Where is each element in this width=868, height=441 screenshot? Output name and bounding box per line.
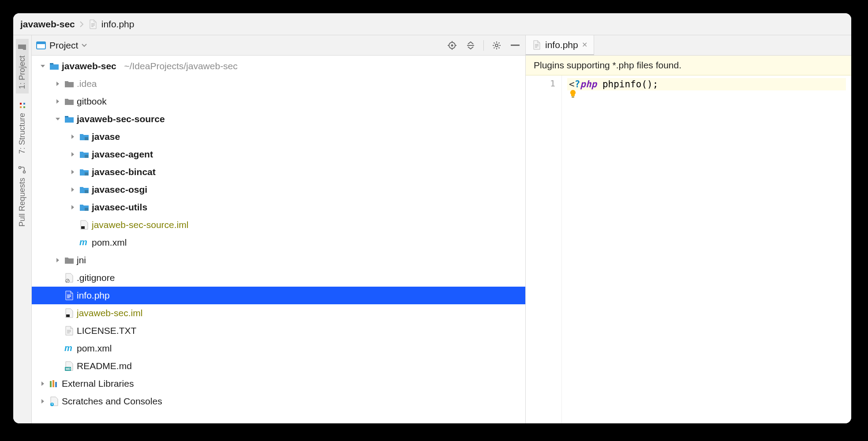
- editor-tab-label: info.php: [545, 40, 578, 50]
- tree-item[interactable]: javaweb-sec-source.iml: [32, 216, 525, 234]
- expand-all-icon[interactable]: [465, 40, 476, 51]
- lightbulb-icon[interactable]: [569, 90, 577, 98]
- plugin-suggestion-banner[interactable]: Plugins supporting *.php files found.: [526, 56, 851, 75]
- tree-item-label: javasec-utils: [92, 202, 147, 213]
- tab-structure[interactable]: 7: Structure: [16, 96, 29, 158]
- tree-item[interactable]: External Libraries: [32, 375, 525, 392]
- tree-root-name: javaweb-sec: [62, 61, 116, 71]
- line-number: 1: [526, 78, 555, 89]
- tree-item[interactable]: MDREADME.md: [32, 357, 525, 375]
- banner-text: Plugins supporting *.php files found.: [534, 60, 681, 70]
- close-icon[interactable]: ✕: [582, 41, 587, 49]
- project-tree[interactable]: javaweb-sec ~/IdeaProjects/javaweb-sec.i…: [32, 56, 525, 423]
- dropdown-arrow-icon[interactable]: [82, 44, 87, 47]
- svg-point-4: [23, 171, 26, 173]
- folder-gray-icon: [64, 97, 74, 106]
- svg-rect-17: [85, 190, 88, 193]
- svg-text:m: m: [79, 238, 87, 247]
- tree-item[interactable]: gitbook: [32, 93, 525, 110]
- tree-item-label: javase: [92, 131, 120, 142]
- svg-rect-2: [24, 103, 26, 105]
- folder-gray-icon: [64, 255, 74, 265]
- tree-item[interactable]: javasec-osgi: [32, 181, 525, 198]
- module-icon: [79, 149, 89, 159]
- code-editor[interactable]: 1 <?php phpinfo();: [526, 75, 851, 423]
- tree-item[interactable]: jni: [32, 251, 525, 269]
- breadcrumb-file[interactable]: info.php: [88, 19, 135, 30]
- tree-item[interactable]: info.php: [32, 287, 525, 304]
- ide-window: javaweb-sec info.php 1: Project 7: Struc…: [13, 13, 851, 423]
- file-icon: [88, 19, 98, 29]
- svg-point-9: [451, 44, 453, 46]
- tree-item-label: gitbook: [77, 96, 107, 107]
- tree-arrow-icon[interactable]: [69, 134, 77, 139]
- tree-arrow-icon[interactable]: [39, 381, 47, 386]
- svg-rect-28: [55, 382, 57, 387]
- svg-rect-3: [20, 103, 22, 105]
- gear-icon[interactable]: [491, 40, 502, 51]
- tree-arrow-icon[interactable]: [39, 399, 47, 404]
- tree-item[interactable]: mpom.xml: [32, 234, 525, 251]
- md-icon: MD: [64, 361, 74, 371]
- locate-icon[interactable]: [446, 40, 458, 51]
- tree-item[interactable]: javaweb-sec-source: [32, 110, 525, 128]
- tree-item[interactable]: LICENSE.TXT: [32, 322, 525, 340]
- project-panel-title[interactable]: Project: [49, 40, 78, 51]
- project-panel: Project: [32, 35, 526, 423]
- hide-icon[interactable]: [509, 40, 521, 51]
- folder-icon: [18, 43, 27, 52]
- tree-arrow-icon[interactable]: [54, 116, 62, 122]
- tree-arrow-icon[interactable]: [54, 99, 62, 104]
- svg-rect-19: [81, 226, 85, 229]
- tab-project[interactable]: 1: Project: [16, 39, 29, 93]
- tree-item[interactable]: javasec-agent: [32, 146, 525, 163]
- tree-arrow-icon[interactable]: [69, 152, 77, 157]
- tree-arrow-icon[interactable]: [69, 205, 77, 210]
- editor-tabs: info.php ✕: [526, 35, 851, 56]
- svg-rect-11: [511, 45, 520, 46]
- iml-icon: [64, 308, 74, 318]
- svg-rect-12: [50, 63, 53, 64]
- editor-content[interactable]: <?php phpinfo();: [562, 75, 851, 423]
- iml-icon: [79, 220, 89, 230]
- tree-item-label: javaweb-sec.iml: [77, 308, 142, 318]
- svg-rect-26: [50, 381, 52, 387]
- file-icon: [64, 326, 74, 336]
- scratches-icon: [49, 396, 59, 406]
- libraries-icon: [49, 379, 59, 389]
- tree-item[interactable]: .idea: [32, 75, 525, 93]
- tree-item[interactable]: javaweb-sec.iml: [32, 304, 525, 322]
- project-view-icon: [36, 41, 46, 50]
- tree-item-label: javaweb-sec-source: [77, 114, 165, 124]
- tree-item[interactable]: Scratches and Consoles: [32, 392, 525, 410]
- maven-icon: m: [79, 238, 89, 247]
- tree-item[interactable]: mpom.xml: [32, 340, 525, 357]
- file-icon: [532, 40, 542, 50]
- module-icon: [79, 185, 89, 194]
- tree-item-label: .idea: [77, 78, 97, 89]
- editor-tab-info-php[interactable]: info.php ✕: [526, 35, 594, 55]
- tab-pull-requests[interactable]: Pull Requests: [16, 161, 29, 231]
- tree-arrow-icon[interactable]: [54, 258, 62, 263]
- svg-rect-30: [572, 97, 574, 97]
- tree-arrow-icon[interactable]: [39, 64, 47, 69]
- breadcrumb-file-label: info.php: [101, 19, 135, 30]
- tree-item[interactable]: javasec-bincat: [32, 163, 525, 181]
- tree-item-label: javasec-bincat: [92, 167, 156, 177]
- breadcrumb-project[interactable]: javaweb-sec: [20, 19, 75, 30]
- svg-text:m: m: [64, 344, 72, 353]
- code-line-1: <?php phpinfo();: [567, 78, 846, 90]
- tree-arrow-icon[interactable]: [69, 187, 77, 192]
- breadcrumb-separator-icon: [79, 21, 84, 28]
- tree-arrow-icon[interactable]: [54, 81, 62, 86]
- tree-root[interactable]: javaweb-sec ~/IdeaProjects/javaweb-sec: [32, 57, 525, 75]
- tree-item[interactable]: javasec-utils: [32, 198, 525, 216]
- file-icon: [64, 291, 74, 300]
- tree-arrow-icon[interactable]: [69, 169, 77, 175]
- svg-rect-1: [20, 106, 22, 108]
- editor-area: info.php ✕ Plugins supporting *.php file…: [526, 35, 851, 423]
- project-panel-header: Project: [32, 35, 525, 56]
- tree-item[interactable]: javase: [32, 128, 525, 146]
- svg-point-5: [19, 167, 21, 169]
- tree-item[interactable]: .gitignore: [32, 269, 525, 287]
